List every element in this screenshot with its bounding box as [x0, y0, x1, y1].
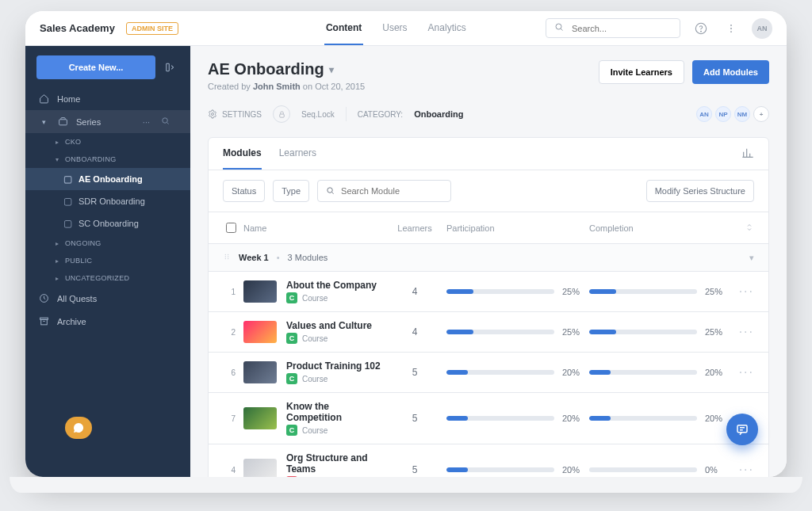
module-search[interactable] — [317, 180, 451, 202]
svg-point-17 — [327, 187, 332, 192]
sidebar-section-ongoing[interactable]: ▸ONGOING — [25, 235, 190, 252]
invite-learners-button[interactable]: Invite Learners — [599, 60, 684, 84]
analytics-icon[interactable] — [741, 147, 754, 162]
table-row[interactable]: 7 Know the Competition CCourse 5 20% 20%… — [209, 393, 768, 444]
learner-chip[interactable]: NM — [734, 106, 750, 122]
sidebar-collapse-icon[interactable] — [162, 59, 179, 76]
sidebar-leaf-ae-onboarding[interactable]: ▢ AE Onboarding — [25, 168, 190, 190]
drag-handle-icon[interactable] — [223, 252, 231, 263]
series-search-icon[interactable] — [161, 116, 178, 127]
tab-users[interactable]: Users — [381, 12, 408, 45]
sidebar-item-archive[interactable]: Archive — [25, 310, 190, 333]
modify-structure-button[interactable]: Modify Series Structure — [646, 180, 754, 202]
col-completion[interactable]: Completion — [589, 223, 732, 233]
row-more-icon[interactable]: ··· — [732, 325, 754, 339]
table-row[interactable]: 4 Org Structure and Teams QQuick Update … — [209, 444, 768, 477]
add-modules-button[interactable]: Add Modules — [692, 60, 769, 84]
add-learner-chip[interactable]: + — [753, 106, 769, 122]
sidebar-item-series[interactable]: ▾ Series ··· — [25, 110, 190, 133]
module-type: Course — [302, 375, 327, 383]
sidebar-leaf-sdr-onboarding[interactable]: ▢ SDR Onboarding — [25, 190, 190, 212]
global-search-input[interactable] — [570, 23, 672, 34]
table-row[interactable]: 6 Product Training 102 CCourse 5 20% 20%… — [209, 353, 768, 393]
learner-chip[interactable]: AN — [696, 106, 712, 122]
top-tabs: Content Users Analytics — [324, 12, 468, 45]
module-type: Course — [302, 426, 327, 435]
topbar: Sales Academy ADMIN SITE Content Users A… — [25, 11, 787, 46]
table-row[interactable]: 2 Values and Culture CCourse 4 25% 25% ·… — [209, 312, 768, 353]
type-badge-icon: Q — [286, 476, 297, 477]
admin-site-badge: ADMIN SITE — [126, 22, 178, 35]
week-group-row[interactable]: Week 1 • 3 Modules ▾ — [209, 244, 768, 272]
module-thumbnail — [243, 321, 277, 343]
col-name[interactable]: Name — [243, 223, 383, 233]
svg-line-18 — [332, 192, 334, 193]
row-more-icon[interactable]: ··· — [732, 463, 754, 477]
tab-content[interactable]: Content — [324, 12, 363, 45]
sidebar-item-label: SDR Onboarding — [79, 196, 145, 206]
content-card: Modules Learners Status Type — [208, 137, 769, 477]
sidebar-leaf-sc-onboarding[interactable]: ▢ SC Onboarding — [25, 212, 190, 235]
seq-lock-toggle[interactable] — [273, 105, 290, 123]
category-label: CATEGORY: — [358, 110, 403, 119]
participation-pct: 20% — [562, 368, 589, 377]
module-name: Values and Culture — [286, 320, 383, 331]
sidebar-item-all-quests[interactable]: All Quests — [25, 287, 190, 310]
module-search-input[interactable] — [339, 185, 442, 196]
row-index: 4 — [223, 466, 236, 475]
svg-rect-16 — [279, 114, 284, 117]
svg-point-0 — [556, 24, 561, 29]
quests-icon — [38, 293, 49, 303]
svg-point-20 — [225, 256, 226, 257]
completion-pct: 20% — [705, 368, 732, 377]
home-icon — [38, 93, 49, 104]
create-new-button[interactable]: Create New... — [36, 55, 155, 79]
svg-point-15 — [212, 113, 214, 116]
kebab-menu-icon[interactable] — [722, 19, 741, 38]
sidebar-item-home[interactable]: Home — [25, 87, 190, 110]
table-row[interactable]: 1 About the Company CCourse 4 25% 25% ··… — [209, 272, 768, 312]
module-learner-count: 5 — [383, 367, 446, 378]
sidebar-section-uncategorized[interactable]: ▸UNCATEGORIZED — [25, 269, 190, 287]
sidebar-section-cko[interactable]: ▸CKO — [25, 133, 190, 151]
participation-bar — [446, 289, 554, 294]
chevron-down-icon: ▾ — [38, 118, 49, 126]
avatar[interactable]: AN — [752, 18, 772, 39]
completion-cell: 25% — [589, 327, 732, 337]
help-icon[interactable] — [691, 19, 710, 38]
filter-status[interactable]: Status — [223, 180, 265, 202]
participation-pct: 25% — [562, 327, 589, 337]
row-more-icon[interactable]: ··· — [732, 284, 754, 299]
svg-line-1 — [561, 29, 562, 30]
sidebar: Create New... Home ▾ Series — [25, 46, 190, 477]
col-participation[interactable]: Participation — [446, 223, 589, 233]
sidebar-section-public[interactable]: ▸PUBLIC — [25, 252, 190, 269]
module-name: Product Training 102 — [286, 360, 383, 372]
intercom-launcher[interactable] — [65, 417, 92, 439]
svg-point-22 — [228, 254, 228, 255]
chat-fab[interactable] — [726, 414, 758, 445]
tab-learners[interactable]: Learners — [279, 138, 316, 170]
select-all-checkbox[interactable] — [226, 223, 236, 233]
module-type: Course — [302, 334, 327, 343]
filter-type[interactable]: Type — [273, 180, 309, 202]
col-learners[interactable]: Learners — [383, 223, 446, 233]
gear-icon[interactable]: SETTINGS — [208, 109, 262, 119]
type-badge-icon: C — [286, 333, 297, 344]
title-dropdown-icon[interactable]: ▾ — [329, 64, 334, 75]
svg-point-3 — [701, 31, 702, 32]
participation-cell: 25% — [446, 327, 589, 337]
tab-analytics[interactable]: Analytics — [427, 12, 468, 45]
module-type: Course — [302, 294, 327, 303]
row-index: 2 — [223, 328, 236, 337]
sort-icon[interactable] — [732, 223, 754, 234]
chevron-down-icon[interactable]: ▾ — [749, 253, 754, 263]
row-more-icon[interactable]: ··· — [732, 365, 754, 379]
participation-bar — [446, 467, 554, 472]
tab-modules[interactable]: Modules — [223, 138, 262, 170]
learner-chip[interactable]: NP — [715, 106, 731, 122]
global-search[interactable] — [546, 18, 680, 38]
series-more-icon[interactable]: ··· — [140, 117, 153, 127]
sidebar-section-onboarding[interactable]: ▾ONBOARDING — [25, 151, 190, 168]
completion-cell: 25% — [589, 287, 732, 296]
